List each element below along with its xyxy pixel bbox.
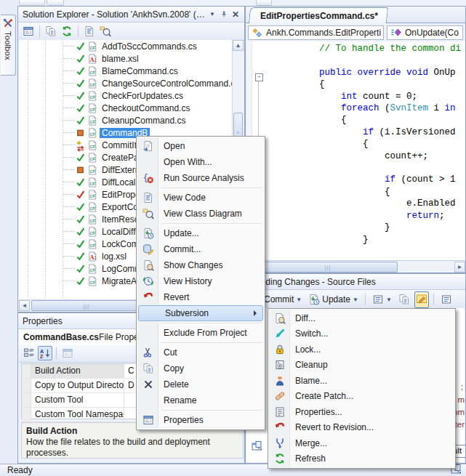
- property-name[interactable]: Build Action: [31, 364, 124, 378]
- code-line: }: [265, 222, 461, 233]
- menu-item-view-code[interactable]: View Code: [137, 190, 264, 206]
- toolbar-stub: [256, 0, 272, 6]
- update-icon: [142, 227, 154, 239]
- menu-item-view-history[interactable]: View History: [137, 273, 264, 289]
- view-selector-button[interactable]: ▼: [370, 292, 394, 307]
- menu-item-cleanup[interactable]: Cleanup: [269, 358, 454, 374]
- menu-item-rename[interactable]: Rename: [137, 392, 264, 408]
- code-line: [265, 162, 461, 174]
- class-diagram-button[interactable]: [98, 24, 113, 39]
- collapse-toggle[interactable]: −: [255, 73, 263, 81]
- menu-item-properties[interactable]: Properties: [137, 412, 264, 428]
- type-dropdown[interactable]: Ankh.Commands.EditProperti ▼: [248, 25, 384, 40]
- menu-item-refresh[interactable]: Refresh: [269, 451, 454, 467]
- clipped-toolbar-button[interactable]: [438, 292, 454, 307]
- view-history-icon: [142, 275, 154, 287]
- tree-item-label: LockCom: [100, 239, 141, 249]
- property-name[interactable]: Custom Tool: [31, 393, 124, 407]
- menu-item-label: Create Patch...: [295, 391, 353, 401]
- tree-item[interactable]: c#CheckForUpdates.cs: [19, 89, 233, 102]
- show-changes-button[interactable]: [396, 292, 412, 307]
- property-name[interactable]: Copy to Output Director: [31, 379, 124, 392]
- tree-item[interactable]: Ablame.xsl: [19, 52, 233, 65]
- menu-item-view-class-diagram[interactable]: View Class Diagram: [137, 206, 264, 222]
- tree-item[interactable]: c#ChangeSourceControlCommand.c: [19, 77, 233, 89]
- code-line: }: [265, 234, 461, 246]
- menu-item-update[interactable]: Update...: [137, 225, 264, 241]
- class-diagram-icon: [142, 208, 154, 219]
- menu-item-merge[interactable]: Merge...: [269, 435, 454, 451]
- menu-item-diff[interactable]: Diff...: [269, 310, 454, 326]
- pending-changes-toolbar: Commit ▼ Update ▼ ▼: [246, 290, 465, 310]
- refresh-button[interactable]: [60, 24, 74, 39]
- menu-separator: [161, 223, 262, 224]
- menu-separator: [161, 187, 262, 188]
- code-editor-surface[interactable]: − // To handle the common di public over…: [246, 41, 465, 261]
- menu-item-blame[interactable]: Blame...: [269, 373, 454, 389]
- solution-explorer-title: Solution Explorer - Solution 'AnkhSvn.20…: [23, 9, 206, 20]
- menu-item-label: View Class Diagram: [164, 209, 242, 219]
- code-line: {: [265, 186, 461, 198]
- svg-text:c#: c#: [89, 206, 95, 211]
- property-pages-button[interactable]: [60, 346, 75, 360]
- menu-item-delete[interactable]: Delete: [137, 376, 264, 392]
- code-text: // To handle the common di public overri…: [265, 43, 461, 246]
- menu-item-label: Refresh: [295, 453, 326, 464]
- scroll-left-arrow[interactable]: ◄: [19, 300, 30, 311]
- svg-text:c#: c#: [89, 230, 95, 235]
- menu-item-label: Run Source Analysis: [164, 173, 244, 183]
- menu-item-lock[interactable]: Lock...: [269, 342, 454, 358]
- toolbar-stub: [19, 0, 45, 6]
- view-code-button[interactable]: [82, 24, 97, 39]
- menu-item-switch[interactable]: Switch...: [269, 326, 454, 342]
- status-ok-icon: [76, 264, 86, 273]
- scroll-up-arrow[interactable]: ▲: [233, 40, 244, 51]
- categorized-button[interactable]: [22, 346, 36, 360]
- cs-file-icon: c#: [87, 78, 98, 89]
- update-button[interactable]: Update ▼: [306, 292, 361, 307]
- toolbox-tab[interactable]: Toolbox: [1, 15, 16, 76]
- document-tab[interactable]: EditPropertiesCommand.cs*: [249, 7, 388, 23]
- show-all-files-button[interactable]: [44, 24, 58, 39]
- menu-item-revert[interactable]: Revert: [137, 289, 264, 305]
- properties-window-button[interactable]: [21, 24, 36, 39]
- menu-item-subversion[interactable]: Subversion: [138, 305, 263, 321]
- scroll-thumb[interactable]: |||: [258, 262, 398, 273]
- svg-text:c#: c#: [89, 82, 95, 87]
- menu-item-exclude-from-project[interactable]: Exclude From Project: [137, 325, 264, 341]
- scroll-thumb[interactable]: |||: [31, 300, 142, 311]
- scroll-right-arrow[interactable]: ►: [454, 262, 465, 273]
- menu-item-copy[interactable]: Copy: [137, 360, 264, 376]
- menu-item-open[interactable]: Open: [137, 138, 264, 154]
- menu-item-label: Cut: [164, 347, 177, 358]
- menu-item-cut[interactable]: Cut: [137, 344, 264, 360]
- menu-item-show-changes[interactable]: Show Changes: [137, 257, 264, 273]
- tree-item[interactable]: c#CheckoutCommand.cs: [19, 102, 233, 114]
- cs-file-icon: c#: [87, 41, 98, 52]
- menu-item-run-source-analysis[interactable]: {Run Source Analysis: [137, 170, 264, 186]
- menu-item-revert-to-revision[interactable]: Revert to Revision...: [269, 420, 454, 436]
- property-name[interactable]: Custom Tool Namespac: [31, 408, 124, 421]
- tree-item[interactable]: c#CleanupCommand.cs: [19, 114, 233, 126]
- window-menu-button[interactable]: ▼: [206, 9, 218, 20]
- menu-item-create-patch[interactable]: Create Patch...: [269, 389, 454, 405]
- code-line: return;: [265, 210, 461, 222]
- panes-icon[interactable]: [251, 440, 267, 456]
- pin-icon[interactable]: [218, 9, 230, 20]
- alphabetical-button[interactable]: AZ: [38, 346, 52, 360]
- tree-item[interactable]: c#AddToSccCommands.cs: [19, 40, 233, 52]
- blame-icon: [274, 375, 286, 387]
- menu-item-commit[interactable]: Commit...: [137, 241, 264, 257]
- close-icon[interactable]: ✕: [230, 9, 241, 20]
- menu-item-label: Lock...: [295, 344, 321, 355]
- edit-log-message-toggle[interactable]: [414, 291, 429, 308]
- member-dropdown[interactable]: OnUpdate(Co: [387, 25, 463, 40]
- tree-item[interactable]: c#BlameCommand.cs: [19, 65, 233, 77]
- menu-item-open-with[interactable]: Open With...: [137, 154, 264, 170]
- pending-changes-titlebar: Pending Changes - Source Files: [246, 274, 465, 290]
- menu-item-properties[interactable]: Properties...: [269, 404, 454, 420]
- editor-horizontal-scrollbar[interactable]: ◄ ||| ►: [246, 260, 465, 273]
- svg-text:c#: c#: [89, 144, 95, 149]
- menu-item-label: Blame...: [295, 376, 327, 386]
- status-ok-icon: [76, 153, 86, 162]
